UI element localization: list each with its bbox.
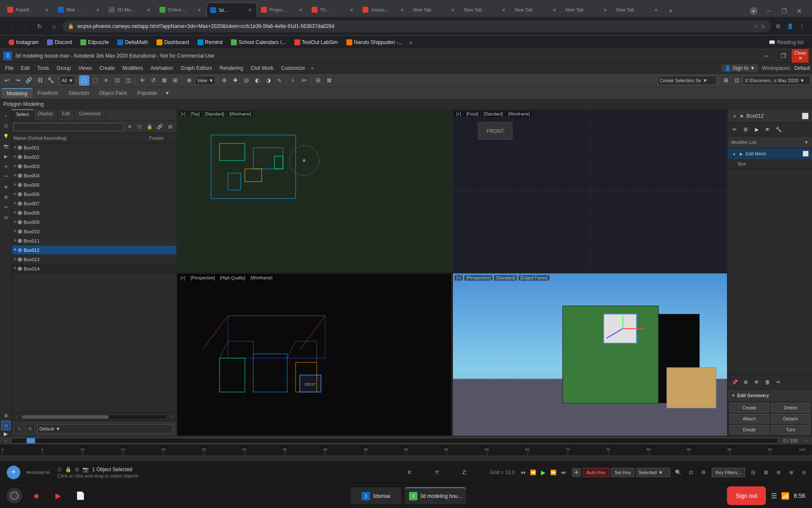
scene-layers-btn[interactable]: ⊟ bbox=[165, 122, 175, 132]
rp-tool-motion[interactable]: ▶ bbox=[752, 124, 762, 135]
tab-mail-close[interactable]: ✕ bbox=[94, 6, 101, 13]
sidebar-spaces-btn[interactable]: ⊞ bbox=[1, 192, 11, 202]
sign-out-button[interactable]: Sign out bbox=[727, 486, 765, 505]
scene-item-box001[interactable]: 👁 Box001 ⋮ bbox=[12, 143, 176, 152]
horizontal-scrollbar[interactable] bbox=[22, 415, 166, 419]
default-dropdown[interactable]: Default▼ bbox=[37, 424, 173, 433]
tab-newtab1[interactable]: New Tab ✕ bbox=[409, 3, 460, 17]
unlink-button[interactable]: ⛓ bbox=[35, 75, 45, 86]
tab-3d-active-close[interactable]: ✕ bbox=[247, 7, 253, 14]
select-object-button[interactable]: ▢ bbox=[79, 75, 89, 86]
sidebar-bottom1-btn[interactable]: ⊠ bbox=[1, 411, 11, 420]
anim-go-start[interactable]: ⏮ bbox=[518, 468, 528, 477]
scene-horizontal-scroll[interactable]: ‹ › bbox=[12, 412, 176, 421]
add-key-button[interactable]: + bbox=[7, 466, 20, 479]
tab-3d-active[interactable]: 3d... ✕ bbox=[206, 3, 257, 17]
menu-tools[interactable]: Tools bbox=[34, 64, 52, 72]
cast-icon[interactable]: ▷ bbox=[762, 23, 765, 29]
vp-top-plus[interactable]: [+] bbox=[179, 111, 187, 117]
tab-newtab3-close[interactable]: ✕ bbox=[551, 6, 558, 13]
vp-persp-wire-mode[interactable]: [Wireframe] bbox=[249, 275, 274, 281]
tab-newtab5-close[interactable]: ✕ bbox=[653, 6, 659, 13]
sidebar-dynamics-btn[interactable]: ⊕ bbox=[1, 182, 11, 191]
layer-manager-button[interactable]: ⊟ bbox=[313, 75, 324, 86]
scene-item-box012[interactable]: 👁 Box012 ⋮ bbox=[12, 246, 176, 255]
tab-newtab2-close[interactable]: ✕ bbox=[500, 6, 507, 13]
rp-divide-button[interactable]: Divide bbox=[730, 425, 769, 434]
vp-persp-solid-mode[interactable]: [Edged Faces] bbox=[518, 275, 549, 281]
menu-edit[interactable]: Edit bbox=[17, 64, 33, 72]
mode-tab-more[interactable]: ▼ bbox=[162, 88, 173, 98]
rp-delete-modifier-button[interactable]: 🗑 bbox=[763, 377, 773, 387]
sidebar-bottom2-btn[interactable]: ⊡ bbox=[1, 421, 11, 430]
anim-prev-frame[interactable]: ⏪ bbox=[529, 468, 538, 477]
vp-persp-solid-name[interactable]: [Perspective] bbox=[464, 275, 492, 281]
scene-item-box005[interactable]: 👁 Box005 ⋮ bbox=[12, 180, 176, 190]
scene-clear-btn[interactable]: ✕ bbox=[125, 122, 134, 132]
rp-turn-button[interactable]: Turn bbox=[771, 425, 811, 434]
scroll-left-btn[interactable]: ‹ bbox=[14, 414, 20, 420]
edit-named-sel-button[interactable]: ∿ bbox=[274, 75, 285, 86]
modifier-sub-box[interactable]: Box bbox=[728, 159, 812, 168]
bookmark-edpuzzle[interactable]: Edpuzzle bbox=[77, 37, 112, 47]
taskbar-youtube-icon[interactable]: ▶ bbox=[49, 486, 68, 505]
set-key-button[interactable]: Set Key bbox=[611, 468, 635, 477]
home-button[interactable]: ⌂ bbox=[48, 20, 60, 32]
view-dropdown[interactable]: View▼ bbox=[195, 76, 216, 85]
new-tab-button[interactable]: + bbox=[665, 5, 677, 17]
vp-top-shading[interactable]: [Standard] bbox=[203, 111, 226, 117]
status-transform-icon[interactable]: ⊞ bbox=[75, 467, 79, 472]
wifi-icon[interactable]: 📶 bbox=[781, 492, 790, 500]
menu-file[interactable]: File bbox=[2, 64, 16, 72]
rp-eye-icon[interactable]: ● bbox=[731, 113, 738, 119]
bookmark-instagram[interactable]: Instagram bbox=[5, 37, 42, 47]
rp-pin-button[interactable]: 📌 bbox=[730, 377, 740, 387]
modifier-color-box[interactable] bbox=[803, 151, 809, 157]
reference-coord-button[interactable]: ⊕ bbox=[184, 75, 194, 86]
scene-item-box010[interactable]: 👁 Box010 ⋮ bbox=[12, 227, 176, 236]
bookmark-discord[interactable]: Discord bbox=[44, 37, 75, 47]
more-menu-icon[interactable]: ⋮ bbox=[797, 21, 807, 31]
profile-icon[interactable]: ▼ bbox=[748, 5, 760, 17]
menu-animation[interactable]: Animation bbox=[147, 64, 176, 72]
vp-persp-wire-name[interactable]: [Perspective] bbox=[189, 275, 217, 281]
vp-top-name[interactable]: [Top] bbox=[189, 111, 201, 117]
vp-front-mode[interactable]: [Wireframe] bbox=[506, 111, 532, 117]
mirror-button[interactable]: ⊦ bbox=[288, 75, 299, 86]
mode-tab-populate[interactable]: Populate bbox=[132, 88, 162, 98]
tab-jurass-close[interactable]: ✕ bbox=[399, 6, 406, 13]
rp-detach-button[interactable]: Detach bbox=[771, 414, 811, 423]
modifier-triangle-icon[interactable]: ▶ bbox=[739, 151, 744, 156]
scene-lock-btn[interactable]: 🔒 bbox=[145, 122, 154, 132]
bookmark-testout[interactable]: TestOut LabSim bbox=[291, 37, 341, 47]
profile-avatar[interactable]: 👤 bbox=[785, 21, 795, 31]
anim-go-end[interactable]: ⏭ bbox=[559, 468, 568, 477]
viewport-persp-wire[interactable]: [+] [Perspective] [High Quality] [Wirefr… bbox=[177, 273, 452, 436]
menu-views[interactable]: Views bbox=[75, 64, 95, 72]
vp-persp-solid-shading[interactable]: [Standard] bbox=[494, 275, 517, 281]
tab-jurass[interactable]: Jurass... ✕ bbox=[359, 3, 409, 17]
vp-persp-wire-shading[interactable]: [High Quality] bbox=[218, 275, 247, 281]
mode-tab-object-paint[interactable]: Object Paint bbox=[94, 88, 132, 98]
rp-create-button[interactable]: Create bbox=[730, 403, 769, 412]
scene-filter-btn[interactable]: ▽ bbox=[135, 122, 144, 132]
vp-front-plus[interactable]: [+] bbox=[455, 111, 463, 117]
scene-tab-customize[interactable]: Customize bbox=[75, 109, 106, 121]
vp-front-shading[interactable]: [Standard] bbox=[482, 111, 505, 117]
status-icon-r5[interactable]: ⊘ bbox=[799, 468, 809, 477]
tab-rapidl-close[interactable]: ✕ bbox=[44, 6, 50, 13]
sidebar-light-btn[interactable]: 💡 bbox=[1, 131, 11, 141]
auto-key-button[interactable]: Auto Key bbox=[583, 468, 609, 477]
selected-dropdown[interactable]: Selected ▼ bbox=[636, 468, 670, 477]
status-search-btn[interactable]: 🔍 bbox=[674, 468, 683, 477]
address-bar[interactable]: 🔒 wcpss-phoenix.cameyo.net/app.html?appN… bbox=[63, 20, 771, 32]
rp-tool-pencil[interactable]: ✏ bbox=[730, 124, 740, 135]
scene-item-box003[interactable]: 👁 Box003 ⋮ bbox=[12, 162, 176, 171]
scene-tab-select[interactable]: Select bbox=[12, 109, 34, 121]
bookmarks-more-button[interactable]: » bbox=[407, 39, 414, 46]
sidebar-view1-btn[interactable]: ⊡ bbox=[1, 121, 11, 130]
rp-delete-button[interactable]: Delete bbox=[771, 403, 811, 412]
menu-more-icon[interactable]: » bbox=[309, 64, 315, 72]
tab-mail[interactable]: Mail -... ✕ bbox=[54, 3, 105, 17]
tab-online[interactable]: Online ... ✕ bbox=[156, 3, 206, 17]
